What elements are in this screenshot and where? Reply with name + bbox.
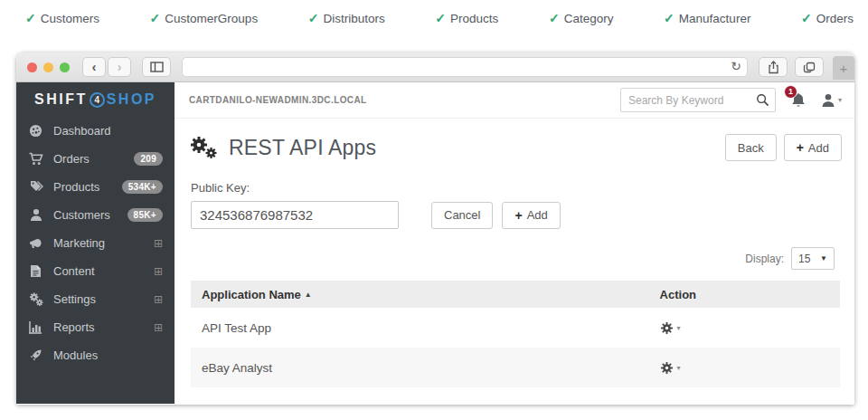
logo-text-shop: SHOP: [107, 91, 156, 108]
search-icon[interactable]: [756, 93, 769, 107]
logo-text-shift: SHIFT: [34, 91, 88, 108]
admin-sidebar: SHIFT 4 SHOP Dashboard Orders 209: [16, 82, 175, 404]
sidebar-item-marketing[interactable]: Marketing ⊞: [16, 229, 175, 257]
window-controls: [27, 62, 70, 72]
share-button[interactable]: [759, 57, 788, 77]
tags-icon: [28, 180, 43, 194]
checklist-item-orders: ✓ Orders: [801, 11, 854, 25]
chevron-down-icon: ▾: [838, 96, 842, 104]
sidebar-item-label: Modules: [53, 348, 98, 362]
notifications-button[interactable]: 1: [790, 92, 807, 109]
add-button[interactable]: + Add: [784, 134, 842, 161]
tabs-icon: [803, 62, 816, 73]
expand-icon[interactable]: ⊞: [154, 322, 163, 333]
sort-asc-icon: ▲: [305, 291, 312, 299]
main-content: CARTDANILO-NEWADMIN.3DC.LOCAL: [175, 82, 854, 404]
maximize-window-button[interactable]: [60, 62, 70, 72]
check-icon: ✓: [549, 11, 560, 25]
checklist-label: Category: [564, 12, 614, 25]
checklist-label: Products: [450, 12, 498, 25]
expand-icon[interactable]: ⊞: [154, 294, 163, 305]
display-count-select[interactable]: 15 ▼: [791, 247, 835, 270]
search-input[interactable]: [628, 94, 756, 107]
check-icon: ✓: [308, 11, 319, 25]
display-count-value: 15: [798, 253, 810, 265]
check-icon: ✓: [664, 11, 675, 25]
products-count-badge: 534K+: [122, 180, 163, 194]
forward-browser-button[interactable]: ›: [108, 57, 131, 77]
close-window-button[interactable]: [27, 62, 37, 72]
sidebar-item-orders[interactable]: Orders 209: [16, 145, 175, 173]
public-key-input[interactable]: [191, 201, 399, 229]
orders-count-badge: 209: [134, 152, 163, 166]
cancel-button[interactable]: Cancel: [431, 202, 493, 229]
sidebar-item-label: Marketing: [53, 236, 105, 250]
sidebar-item-label: Reports: [53, 320, 95, 334]
checklist-item-manufacturer: ✓ Manufacturer: [664, 11, 750, 25]
shift4shop-logo[interactable]: SHIFT 4 SHOP: [16, 82, 175, 117]
plus-icon: +: [514, 208, 522, 223]
browser-chrome: ‹ › ↻: [16, 52, 854, 82]
minimize-window-button[interactable]: [43, 62, 53, 72]
api-gears-icon: [191, 135, 218, 160]
sidebar-item-settings[interactable]: Settings ⊞: [16, 285, 175, 313]
display-controls: Display: 15 ▼: [175, 229, 854, 277]
sidebar-item-label: Content: [53, 264, 95, 278]
gears-icon: [28, 292, 43, 306]
app-name: API Test App: [202, 321, 660, 335]
table-row: eBay Analyst ▾: [191, 348, 840, 387]
row-action-menu-button[interactable]: ▾: [660, 361, 829, 375]
back-button[interactable]: Back: [725, 134, 777, 161]
sidebar-item-label: Settings: [53, 292, 96, 306]
tab-overview-button[interactable]: [795, 57, 824, 77]
sidebar-item-modules[interactable]: Modules: [16, 341, 175, 369]
gear-icon: [660, 321, 674, 335]
new-tab-button[interactable]: +: [833, 56, 854, 80]
column-header-application-name[interactable]: Application Name ▲: [202, 288, 660, 301]
select-caret-icon: ▼: [820, 254, 827, 262]
admin-topbar: CARTDANILO-NEWADMIN.3DC.LOCAL: [175, 82, 854, 119]
public-key-form: Public Key: Cancel + Add: [175, 172, 854, 229]
sidebar-item-dashboard[interactable]: Dashboard: [16, 117, 175, 145]
back-browser-button[interactable]: ‹: [82, 57, 106, 77]
megaphone-icon: [28, 237, 43, 250]
breadcrumb: CARTDANILO-NEWADMIN.3DC.LOCAL: [189, 95, 367, 105]
caret-down-icon: ▾: [677, 324, 681, 332]
reload-icon[interactable]: ↻: [731, 59, 741, 73]
expand-icon[interactable]: ⊞: [154, 266, 163, 277]
sidebar-item-reports[interactable]: Reports ⊞: [16, 313, 175, 341]
sidebar-item-customers[interactable]: Customers 85K+: [16, 201, 175, 229]
address-bar[interactable]: ↻: [182, 57, 748, 77]
row-action-menu-button[interactable]: ▾: [660, 321, 829, 335]
checklist-item-customergroups: ✓ CustomerGroups: [150, 11, 259, 25]
column-header-label: Application Name: [202, 288, 301, 301]
sidebar-item-label: Orders: [53, 152, 90, 166]
sidebar-item-products[interactable]: Products 534K+: [16, 173, 175, 201]
form-add-button-label: Add: [527, 208, 548, 222]
sidebar-item-content[interactable]: Content ⊞: [16, 257, 175, 285]
display-label: Display:: [745, 253, 784, 265]
document-icon: [28, 264, 43, 278]
checklist-label: Customers: [41, 12, 99, 25]
add-button-label: Add: [808, 141, 829, 155]
check-icon: ✓: [435, 11, 446, 25]
user-menu-button[interactable]: ▾: [821, 93, 842, 108]
rocket-icon: [28, 348, 43, 362]
share-icon: [768, 61, 779, 74]
expand-icon[interactable]: ⊞: [154, 238, 163, 249]
notification-count-badge: 1: [784, 85, 797, 99]
table-row: API Test App ▾: [191, 308, 840, 348]
page-title: REST API Apps: [229, 136, 376, 160]
checklist-item-category: ✓ Category: [549, 11, 614, 25]
api-apps-table: Application Name ▲ Action API Test App: [191, 281, 840, 387]
customers-count-badge: 85K+: [127, 208, 163, 222]
column-header-action: Action: [660, 288, 829, 301]
form-add-button[interactable]: + Add: [502, 202, 560, 229]
plus-icon: +: [797, 140, 804, 155]
user-avatar-icon: [821, 93, 835, 108]
checklist-label: Orders: [816, 12, 854, 25]
check-icon: ✓: [150, 11, 161, 25]
browser-nav: ‹ ›: [82, 57, 131, 77]
sidebar-panel-icon: [150, 62, 164, 72]
sidebar-toggle-button[interactable]: [142, 57, 171, 77]
